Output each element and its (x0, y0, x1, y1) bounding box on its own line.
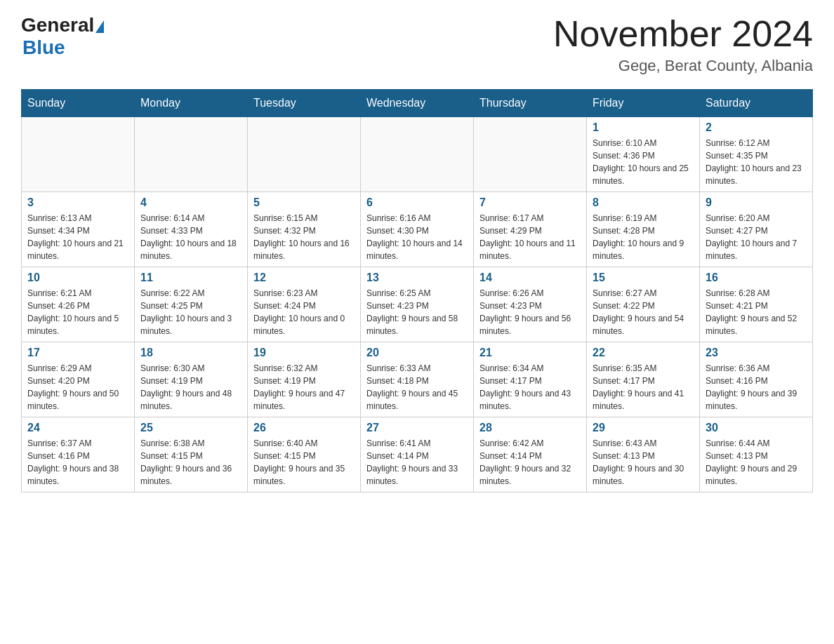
day-number: 1 (593, 121, 694, 134)
calendar-cell: 27Sunrise: 6:41 AM Sunset: 4:14 PM Dayli… (361, 417, 474, 492)
day-header-monday: Monday (135, 90, 248, 117)
calendar-cell: 25Sunrise: 6:38 AM Sunset: 4:15 PM Dayli… (135, 417, 248, 492)
calendar-cell (248, 117, 361, 192)
calendar-cell: 19Sunrise: 6:32 AM Sunset: 4:19 PM Dayli… (248, 342, 361, 417)
day-header-saturday: Saturday (700, 90, 813, 117)
day-info: Sunrise: 6:29 AM Sunset: 4:20 PM Dayligh… (27, 362, 128, 412)
day-number: 30 (706, 422, 807, 434)
day-info: Sunrise: 6:38 AM Sunset: 4:15 PM Dayligh… (140, 437, 241, 488)
day-number: 6 (366, 196, 468, 209)
day-number: 13 (366, 271, 468, 284)
day-info: Sunrise: 6:21 AM Sunset: 4:26 PM Dayligh… (27, 287, 128, 337)
day-info: Sunrise: 6:35 AM Sunset: 4:17 PM Dayligh… (593, 362, 694, 412)
logo-blue-text: Blue (22, 36, 65, 59)
calendar-cell: 3Sunrise: 6:13 AM Sunset: 4:34 PM Daylig… (22, 192, 135, 267)
day-info: Sunrise: 6:43 AM Sunset: 4:13 PM Dayligh… (593, 437, 694, 488)
day-header-thursday: Thursday (474, 90, 587, 117)
day-number: 2 (706, 121, 807, 134)
day-info: Sunrise: 6:25 AM Sunset: 4:23 PM Dayligh… (366, 287, 468, 337)
day-info: Sunrise: 6:27 AM Sunset: 4:22 PM Dayligh… (593, 287, 694, 337)
day-info: Sunrise: 6:36 AM Sunset: 4:16 PM Dayligh… (706, 362, 807, 412)
calendar-cell: 28Sunrise: 6:42 AM Sunset: 4:14 PM Dayli… (474, 417, 587, 492)
day-info: Sunrise: 6:30 AM Sunset: 4:19 PM Dayligh… (140, 362, 241, 412)
day-info: Sunrise: 6:15 AM Sunset: 4:32 PM Dayligh… (253, 212, 355, 262)
day-number: 11 (140, 271, 241, 284)
day-info: Sunrise: 6:14 AM Sunset: 4:33 PM Dayligh… (140, 212, 241, 262)
calendar-cell: 2Sunrise: 6:12 AM Sunset: 4:35 PM Daylig… (700, 117, 813, 192)
calendar-cell: 20Sunrise: 6:33 AM Sunset: 4:18 PM Dayli… (361, 342, 474, 417)
day-info: Sunrise: 6:20 AM Sunset: 4:27 PM Dayligh… (706, 212, 807, 262)
day-number: 3 (27, 196, 128, 209)
day-info: Sunrise: 6:26 AM Sunset: 4:23 PM Dayligh… (479, 287, 581, 337)
day-number: 8 (593, 196, 694, 209)
day-info: Sunrise: 6:44 AM Sunset: 4:13 PM Dayligh… (706, 437, 807, 488)
day-number: 28 (479, 422, 581, 434)
logo-triangle-icon (95, 20, 104, 33)
day-number: 5 (253, 196, 355, 209)
calendar-cell: 21Sunrise: 6:34 AM Sunset: 4:17 PM Dayli… (474, 342, 587, 417)
calendar-cell: 18Sunrise: 6:30 AM Sunset: 4:19 PM Dayli… (135, 342, 248, 417)
day-info: Sunrise: 6:16 AM Sunset: 4:30 PM Dayligh… (366, 212, 468, 262)
day-info: Sunrise: 6:12 AM Sunset: 4:35 PM Dayligh… (706, 137, 807, 187)
calendar-cell: 15Sunrise: 6:27 AM Sunset: 4:22 PM Dayli… (587, 267, 700, 342)
calendar-cell: 1Sunrise: 6:10 AM Sunset: 4:36 PM Daylig… (587, 117, 700, 192)
day-number: 18 (140, 347, 241, 359)
day-info: Sunrise: 6:13 AM Sunset: 4:34 PM Dayligh… (27, 212, 128, 262)
day-number: 27 (366, 422, 468, 434)
calendar-cell: 9Sunrise: 6:20 AM Sunset: 4:27 PM Daylig… (700, 192, 813, 267)
day-number: 4 (140, 196, 241, 209)
day-number: 22 (593, 347, 694, 359)
calendar-cell: 14Sunrise: 6:26 AM Sunset: 4:23 PM Dayli… (474, 267, 587, 342)
day-number: 14 (479, 271, 581, 284)
calendar-cell (135, 117, 248, 192)
day-number: 26 (253, 422, 355, 434)
day-header-tuesday: Tuesday (248, 90, 361, 117)
day-header-wednesday: Wednesday (361, 90, 474, 117)
calendar-cell: 12Sunrise: 6:23 AM Sunset: 4:24 PM Dayli… (248, 267, 361, 342)
day-number: 19 (253, 347, 355, 359)
week-row-3: 10Sunrise: 6:21 AM Sunset: 4:26 PM Dayli… (22, 267, 813, 342)
day-info: Sunrise: 6:10 AM Sunset: 4:36 PM Dayligh… (593, 137, 694, 187)
week-row-1: 1Sunrise: 6:10 AM Sunset: 4:36 PM Daylig… (22, 117, 813, 192)
day-info: Sunrise: 6:32 AM Sunset: 4:19 PM Dayligh… (253, 362, 355, 412)
week-row-5: 24Sunrise: 6:37 AM Sunset: 4:16 PM Dayli… (22, 417, 813, 492)
day-number: 7 (479, 196, 581, 209)
day-number: 23 (706, 347, 807, 359)
day-info: Sunrise: 6:28 AM Sunset: 4:21 PM Dayligh… (706, 287, 807, 337)
calendar-cell: 8Sunrise: 6:19 AM Sunset: 4:28 PM Daylig… (587, 192, 700, 267)
day-info: Sunrise: 6:34 AM Sunset: 4:17 PM Dayligh… (479, 362, 581, 412)
logo: General Blue (21, 14, 104, 59)
day-number: 15 (593, 271, 694, 284)
page-header: General Blue November 2024 Gege, Berat C… (21, 14, 813, 75)
month-title: November 2024 (553, 14, 813, 54)
day-info: Sunrise: 6:42 AM Sunset: 4:14 PM Dayligh… (479, 437, 581, 488)
day-number: 25 (140, 422, 241, 434)
day-number: 17 (27, 347, 128, 359)
calendar-cell: 6Sunrise: 6:16 AM Sunset: 4:30 PM Daylig… (361, 192, 474, 267)
calendar-cell: 11Sunrise: 6:22 AM Sunset: 4:25 PM Dayli… (135, 267, 248, 342)
calendar-cell: 13Sunrise: 6:25 AM Sunset: 4:23 PM Dayli… (361, 267, 474, 342)
calendar-cell: 17Sunrise: 6:29 AM Sunset: 4:20 PM Dayli… (22, 342, 135, 417)
day-info: Sunrise: 6:37 AM Sunset: 4:16 PM Dayligh… (27, 437, 128, 488)
day-number: 24 (27, 422, 128, 434)
calendar-cell: 24Sunrise: 6:37 AM Sunset: 4:16 PM Dayli… (22, 417, 135, 492)
calendar-cell: 22Sunrise: 6:35 AM Sunset: 4:17 PM Dayli… (587, 342, 700, 417)
day-number: 20 (366, 347, 468, 359)
calendar-table: SundayMondayTuesdayWednesdayThursdayFrid… (21, 89, 813, 492)
day-info: Sunrise: 6:22 AM Sunset: 4:25 PM Dayligh… (140, 287, 241, 337)
day-number: 10 (27, 271, 128, 284)
calendar-cell: 7Sunrise: 6:17 AM Sunset: 4:29 PM Daylig… (474, 192, 587, 267)
week-row-2: 3Sunrise: 6:13 AM Sunset: 4:34 PM Daylig… (22, 192, 813, 267)
calendar-cell (474, 117, 587, 192)
day-header-friday: Friday (587, 90, 700, 117)
day-info: Sunrise: 6:40 AM Sunset: 4:15 PM Dayligh… (253, 437, 355, 488)
calendar-cell: 5Sunrise: 6:15 AM Sunset: 4:32 PM Daylig… (248, 192, 361, 267)
location-title: Gege, Berat County, Albania (553, 57, 813, 75)
calendar-cell: 16Sunrise: 6:28 AM Sunset: 4:21 PM Dayli… (700, 267, 813, 342)
calendar-cell: 4Sunrise: 6:14 AM Sunset: 4:33 PM Daylig… (135, 192, 248, 267)
day-number: 16 (706, 271, 807, 284)
day-info: Sunrise: 6:17 AM Sunset: 4:29 PM Dayligh… (479, 212, 581, 262)
day-number: 29 (593, 422, 694, 434)
calendar-cell: 26Sunrise: 6:40 AM Sunset: 4:15 PM Dayli… (248, 417, 361, 492)
day-info: Sunrise: 6:19 AM Sunset: 4:28 PM Dayligh… (593, 212, 694, 262)
